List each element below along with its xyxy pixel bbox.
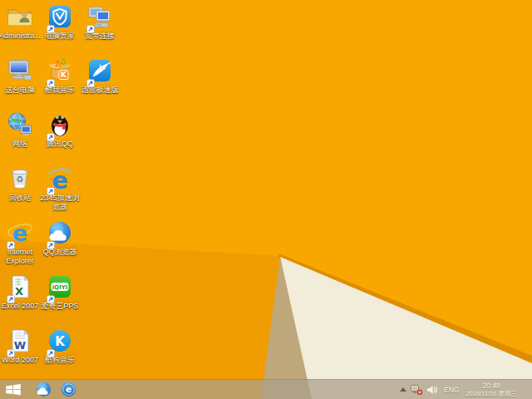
shortcut-arrow-icon: [7, 238, 15, 246]
icon-label: 酷狗音乐: [37, 356, 82, 365]
icon-label: 网络: [0, 140, 42, 149]
desktop-icon-grid: Administra...这台电脑网络回收站Internet ExplorerE…: [0, 0, 532, 379]
bird-icon: [86, 57, 113, 84]
desktop-icon-recycle-bin[interactable]: 回收站: [0, 165, 40, 203]
desktop-icon-network[interactable]: 网络: [0, 111, 40, 149]
word-icon: [7, 328, 33, 354]
icon-label: 腾讯QQ: [37, 140, 82, 149]
shortcut-arrow-art: [7, 295, 15, 303]
shortcut-arrow-icon: [47, 346, 55, 354]
system-tray: ENG 20:48 2016/11/16 星期三: [396, 380, 532, 399]
shortcut-arrow-art: [47, 187, 55, 195]
globe-computer-icon: [7, 111, 33, 138]
desktop-icon-pc-manager[interactable]: 电脑管家: [40, 3, 80, 41]
desktop-icon-tencent-qq[interactable]: 腾讯QQ: [40, 111, 80, 149]
icon-label: 电脑管家: [37, 32, 82, 41]
computer-icon: [7, 57, 33, 84]
shortcut-arrow-icon: [47, 292, 55, 300]
clock[interactable]: 20:48 2016/11/16 星期三: [466, 382, 517, 397]
icon-label: Internet Explorer: [0, 248, 42, 265]
shortcut-arrow-art: [47, 349, 55, 357]
shortcut-arrow-art: [47, 295, 55, 303]
globe-computer-art: [7, 111, 33, 138]
network-disconnected-icon: [411, 385, 422, 395]
chevron-up-icon: [400, 387, 406, 392]
desktop-icon-administrator-folder[interactable]: Administra...: [0, 3, 40, 41]
network-status-button[interactable]: [411, 385, 422, 395]
taskbar-pinned-apps: [31, 380, 81, 399]
shield-icon: [47, 3, 73, 30]
shortcut-arrow-icon: [86, 22, 95, 30]
e-circle-icon: [60, 381, 77, 398]
shortcut-arrow-art: [7, 349, 15, 357]
shortcut-arrow-art: [47, 241, 55, 249]
desktop[interactable]: ♻ e X W: [0, 0, 532, 399]
shortcut-arrow-icon: [7, 346, 15, 354]
folder-user-art: [7, 3, 33, 30]
blue-globe-icon: [47, 219, 73, 246]
icon-label: 这台电脑: [0, 86, 42, 95]
blue-globe-icon: [35, 381, 52, 398]
shortcut-arrow-icon: [86, 76, 95, 84]
desktop-icon-iqiyi-pps[interactable]: 爱奇艺PPS: [40, 273, 80, 311]
music-box-icon: [47, 57, 73, 84]
computer-art: [7, 57, 33, 84]
icon-label: Administra...: [0, 32, 42, 41]
shortcut-arrow-icon: [47, 22, 55, 30]
desktop-icon-excel-2007[interactable]: Excel 2007: [0, 273, 40, 311]
desktop-icon-qq-browser[interactable]: QQ浏览器: [40, 219, 80, 257]
two-computers-icon: [86, 3, 113, 30]
icon-label: 回收站: [0, 194, 42, 203]
recycle-bin-art: [7, 165, 33, 192]
icon-label: 宽带连接: [77, 32, 122, 41]
start-button[interactable]: [1, 380, 26, 399]
taskbar: ENG 20:48 2016/11/16 星期三: [0, 379, 532, 399]
show-hidden-icons-button[interactable]: [400, 387, 406, 392]
icon-label: 迅雷极速版: [77, 86, 122, 95]
desktop-icon-this-pc[interactable]: 这台电脑: [0, 57, 40, 95]
desktop-icon-xunlei-speed[interactable]: 迅雷极速版: [80, 57, 120, 95]
shortcut-arrow-art: [47, 133, 55, 141]
icon-label: QQ浏览器: [37, 248, 82, 257]
shortcut-arrow-art: [86, 79, 95, 87]
shortcut-arrow-art: [47, 79, 55, 87]
shortcut-arrow-icon: [47, 184, 55, 192]
desktop-icon-internet-explorer[interactable]: Internet Explorer: [0, 219, 40, 265]
shortcut-arrow-icon: [7, 292, 15, 300]
shortcut-arrow-art: [86, 25, 95, 33]
icon-label: 2345加速浏览器: [37, 194, 82, 211]
shortcut-arrow-art: [7, 241, 15, 249]
clock-time: 20:48: [466, 382, 517, 390]
language-indicator[interactable]: ENG: [444, 386, 459, 394]
icon-label: 酷我音乐: [37, 86, 82, 95]
volume-button[interactable]: [426, 385, 438, 395]
windows-logo-icon: [6, 383, 21, 396]
ie-icon: [7, 219, 33, 246]
shortcut-arrow-icon: [47, 130, 55, 138]
folder-user-icon: [7, 3, 33, 30]
desktop-icon-word-2007[interactable]: Word 2007: [0, 328, 40, 365]
iqiyi-icon: [47, 273, 73, 300]
desktop-icon-kuwo-music[interactable]: 酷我音乐: [40, 57, 80, 95]
speaker-icon: [426, 385, 438, 395]
recycle-bin-icon: [7, 165, 33, 192]
desktop-icon-broadband-connection[interactable]: 宽带连接: [80, 3, 120, 41]
taskbar-button-qq-browser-taskbar[interactable]: [31, 380, 56, 399]
desktop-icon-2345-browser[interactable]: 2345加速浏览器: [40, 165, 80, 211]
shortcut-arrow-icon: [47, 76, 55, 84]
shortcut-arrow-art: [47, 25, 55, 33]
excel-icon: [7, 273, 33, 300]
clock-date: 2016/11/16 星期三: [466, 390, 517, 397]
icon-label: 爱奇艺PPS: [37, 302, 82, 311]
taskbar-button-e-browser-taskbar[interactable]: [56, 380, 81, 399]
kugou-icon: [47, 328, 73, 354]
e-bold-icon: [47, 165, 73, 192]
penguin-icon: [47, 111, 73, 138]
shortcut-arrow-icon: [47, 238, 55, 246]
desktop-icon-kugou-music[interactable]: 酷狗音乐: [40, 328, 80, 365]
